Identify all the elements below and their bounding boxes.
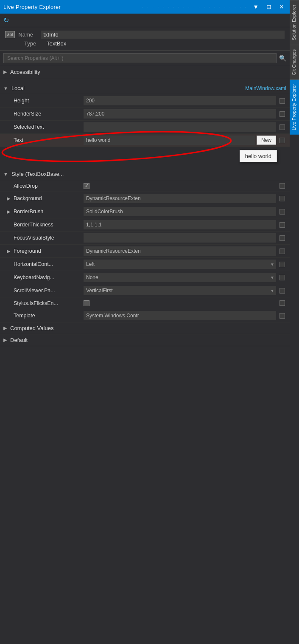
prop-stylus-isflicks-checkbox[interactable] bbox=[84, 300, 89, 306]
dropdown-button[interactable]: ▼ bbox=[251, 3, 261, 11]
prop-template-label: Template bbox=[14, 313, 84, 319]
prop-text: Text New hello world bbox=[0, 134, 290, 147]
prop-horizontalcont-select[interactable]: Left Center Right Stretch bbox=[84, 260, 276, 269]
side-tab-live-property-explorer[interactable]: Live Property Explorer bbox=[290, 79, 299, 135]
prop-keyboardnavig-wrapper: None Continue Cycle ▼ bbox=[84, 273, 276, 282]
prop-horizontalcont-wrapper: Left Center Right Stretch ▼ bbox=[84, 260, 276, 269]
toolbar: ↻ bbox=[0, 14, 290, 27]
prop-selectedtext-label: SelectedText bbox=[14, 124, 84, 130]
search-input[interactable] bbox=[3, 53, 277, 63]
pin-button[interactable]: ⊟ bbox=[264, 3, 274, 11]
prop-height: Height bbox=[0, 94, 290, 107]
prop-focusvisualstyle: FocusVisualStyle bbox=[0, 232, 290, 245]
local-label: Local bbox=[11, 85, 25, 91]
section-accessibility[interactable]: ▶ Accessibility bbox=[0, 66, 290, 78]
side-tab-solution-explorer[interactable]: Solution Explorer bbox=[290, 0, 299, 45]
default-label: Default bbox=[10, 337, 28, 343]
prop-text-checkbox[interactable] bbox=[279, 138, 285, 143]
side-tabs: Solution Explorer Git Changes Live Prope… bbox=[290, 0, 299, 644]
properties-panel: ▶ Accessibility ▼ Local MainWindow.xaml … bbox=[0, 66, 290, 644]
prop-borderbrush-input[interactable] bbox=[84, 207, 276, 216]
title-dots: · · · · · · · · · · · · · · · · · · · · … bbox=[142, 4, 247, 9]
prop-rendersize-input[interactable] bbox=[84, 109, 276, 119]
expand-default-icon: ▶ bbox=[3, 337, 7, 343]
prop-rendersize-checkbox[interactable] bbox=[279, 111, 285, 117]
prop-horizontalcont-label: HorizontalCont... bbox=[14, 261, 84, 267]
text-tooltip: hello world bbox=[240, 150, 277, 162]
prop-horizontalcont: HorizontalCont... Left Center Right Stre… bbox=[0, 258, 290, 271]
prop-selectedtext: SelectedText bbox=[0, 121, 290, 134]
prop-borderbrush-label: BorderBrush bbox=[14, 209, 84, 215]
prop-template-input[interactable] bbox=[84, 311, 276, 320]
prop-background: ▶ Background bbox=[0, 192, 290, 205]
prop-height-input[interactable] bbox=[84, 96, 276, 105]
prop-background-label: Background bbox=[14, 195, 84, 201]
prop-borderbrush-checkbox[interactable] bbox=[279, 209, 285, 215]
expand-accessibility-icon: ▶ bbox=[3, 69, 7, 75]
prop-keyboardnavig-select[interactable]: None Continue Cycle bbox=[84, 273, 276, 282]
prop-focusvisualstyle-label: FocusVisualStyle bbox=[14, 235, 84, 241]
section-style[interactable]: ▼ Style (TextBoxBase... bbox=[0, 168, 290, 180]
computed-label: Computed Values bbox=[10, 325, 53, 331]
name-label: Name bbox=[18, 31, 37, 38]
prop-background-input[interactable] bbox=[84, 194, 276, 203]
expand-computed-icon: ▶ bbox=[3, 325, 7, 331]
prop-keyboardnavig-label: KeyboardNavig... bbox=[14, 274, 84, 280]
prop-height-checkbox[interactable] bbox=[279, 98, 285, 104]
section-local[interactable]: ▼ Local MainWindow.xaml bbox=[0, 82, 290, 94]
prop-selectedtext-checkbox[interactable] bbox=[279, 124, 285, 130]
title-text: Live Property Explorer bbox=[3, 4, 139, 10]
prop-background-checkbox[interactable] bbox=[279, 196, 285, 201]
prop-stylus-isflicks: Stylus.IsFlicksEn... bbox=[0, 297, 290, 309]
expand-borderbrush-icon: ▶ bbox=[7, 209, 10, 215]
prop-text-label: Text bbox=[14, 137, 84, 143]
expand-local-icon: ▼ bbox=[3, 86, 8, 91]
prop-horizontalcont-checkbox[interactable] bbox=[279, 262, 285, 267]
prop-borderthickness-input[interactable] bbox=[84, 220, 276, 229]
prop-allowdrop-pin[interactable] bbox=[279, 183, 285, 189]
prop-borderbrush: ▶ BorderBrush bbox=[0, 205, 290, 218]
search-icon[interactable]: 🔍 bbox=[279, 55, 286, 62]
expand-foreground-icon: ▶ bbox=[7, 249, 10, 254]
prop-rendersize-label: RenderSize bbox=[14, 111, 84, 117]
prop-template-checkbox[interactable] bbox=[279, 313, 285, 319]
prop-focusvisualstyle-value bbox=[84, 233, 276, 243]
prop-focusvisualstyle-checkbox[interactable] bbox=[279, 235, 285, 241]
expand-style-icon: ▼ bbox=[3, 172, 8, 177]
type-value: TextBox bbox=[47, 40, 66, 47]
side-tab-git-changes[interactable]: Git Changes bbox=[290, 45, 299, 79]
prop-foreground-label: Foreground bbox=[14, 248, 84, 254]
refresh-icon[interactable]: ↻ bbox=[3, 16, 9, 24]
close-button[interactable]: ✕ bbox=[277, 3, 286, 11]
accessibility-label: Accessibility bbox=[10, 69, 40, 75]
prop-foreground-input[interactable] bbox=[84, 246, 276, 256]
prop-foreground: ▶ Foreground bbox=[0, 245, 290, 258]
prop-keyboardnavig: KeyboardNavig... None Continue Cycle ▼ bbox=[0, 271, 290, 284]
prop-rendersize: RenderSize bbox=[0, 107, 290, 121]
new-button[interactable]: New bbox=[257, 136, 276, 145]
element-info: abl Name txtInfo Type TextBox bbox=[0, 27, 290, 51]
prop-stylus-isflicks-pin[interactable] bbox=[279, 300, 285, 306]
prop-stylus-isflicks-label: Stylus.IsFlicksEn... bbox=[14, 300, 84, 306]
prop-foreground-checkbox[interactable] bbox=[279, 249, 285, 254]
prop-allowdrop-checkbox[interactable] bbox=[84, 183, 89, 189]
local-link[interactable]: MainWindow.xaml bbox=[245, 85, 286, 91]
prop-scrollviewer: ScrollViewer.Pa... VerticalFirst Horizon… bbox=[0, 284, 290, 297]
prop-allowdrop-label: AllowDrop bbox=[14, 183, 84, 189]
prop-template: Template bbox=[0, 309, 290, 322]
search-bar: 🔍 bbox=[0, 51, 290, 66]
expand-background-icon: ▶ bbox=[7, 196, 10, 201]
section-computed[interactable]: ▶ Computed Values bbox=[0, 322, 290, 334]
element-icon: abl bbox=[5, 31, 15, 38]
prop-selectedtext-input[interactable] bbox=[84, 122, 276, 132]
name-value: txtInfo bbox=[41, 31, 285, 39]
prop-scrollviewer-select[interactable]: VerticalFirst HorizontalFirst bbox=[84, 286, 276, 295]
section-default[interactable]: ▶ Default bbox=[0, 334, 290, 346]
prop-borderthickness: BorderThickness bbox=[0, 218, 290, 232]
prop-scrollviewer-checkbox[interactable] bbox=[279, 288, 285, 294]
prop-text-input[interactable] bbox=[84, 136, 255, 145]
prop-borderthickness-checkbox[interactable] bbox=[279, 222, 285, 228]
title-bar: Live Property Explorer · · · · · · · · ·… bbox=[0, 0, 290, 14]
style-label: Style (TextBoxBase... bbox=[11, 171, 64, 177]
prop-keyboardnavig-checkbox[interactable] bbox=[279, 275, 285, 280]
